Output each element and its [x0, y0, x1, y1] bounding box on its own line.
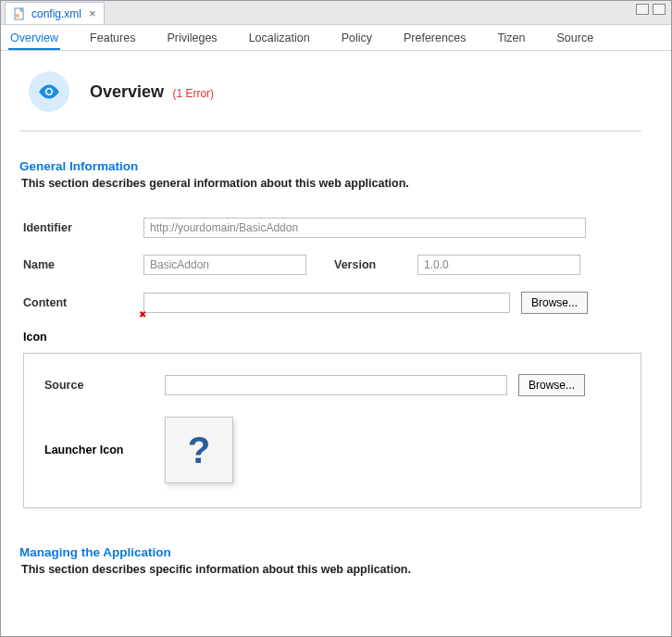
source-field[interactable] — [165, 375, 507, 395]
file-tab[interactable]: config.xml × — [5, 2, 105, 24]
label-content: Content — [23, 296, 143, 309]
section-managing: Managing the Application This section de… — [19, 545, 641, 576]
section-general-title: General Information — [19, 159, 641, 173]
general-form: Identifier Name Version Content Browse..… — [19, 218, 641, 508]
close-icon[interactable]: × — [87, 6, 98, 20]
label-icon-section: Icon — [23, 331, 641, 343]
row-identifier: Identifier — [23, 218, 641, 238]
tab-privileges[interactable]: Privileges — [165, 26, 218, 50]
page-title: Overview — [90, 82, 164, 101]
label-version: Version — [334, 258, 417, 271]
name-field[interactable] — [143, 255, 306, 275]
app-window: config.xml × Overview Features Privilege… — [0, 0, 672, 637]
page-header: Overview (1 Error) — [19, 64, 641, 131]
tab-localization[interactable]: Localization — [247, 26, 312, 50]
version-field[interactable] — [417, 255, 580, 275]
row-name-version: Name Version — [23, 255, 641, 275]
file-tab-label: config.xml — [31, 7, 81, 20]
section-managing-title: Managing the Application — [19, 545, 641, 559]
titlebar: config.xml × — [1, 1, 671, 25]
label-launcher: Launcher Icon — [44, 443, 165, 456]
error-count: (1 Error) — [172, 87, 214, 100]
overview-icon — [29, 71, 69, 112]
tab-preferences[interactable]: Preferences — [402, 26, 467, 50]
svg-point-2 — [47, 90, 52, 94]
label-name: Name — [23, 258, 143, 271]
launcher-icon-preview: ? — [165, 417, 233, 483]
content-field[interactable] — [143, 293, 510, 313]
tab-source[interactable]: Source — [555, 26, 596, 50]
section-general-desc: This section describes general informati… — [21, 177, 641, 190]
page-title-wrap: Overview (1 Error) — [90, 82, 214, 102]
browse-source-button[interactable]: Browse... — [518, 374, 585, 396]
label-source: Source — [44, 379, 165, 392]
error-icon: ✖ — [139, 309, 146, 319]
row-launcher: Launcher Icon ? — [44, 417, 622, 483]
row-content: Content Browse... ✖ — [23, 292, 641, 314]
identifier-field[interactable] — [143, 218, 586, 238]
row-source: Source Browse... — [44, 374, 622, 396]
window-controls — [636, 4, 666, 15]
section-managing-desc: This section describes specific informat… — [21, 563, 641, 576]
content-scroll[interactable]: Overview (1 Error) General Information T… — [1, 51, 660, 636]
tab-policy[interactable]: Policy — [340, 26, 374, 50]
tab-tizen[interactable]: Tizen — [495, 26, 527, 50]
content-wrap: Overview (1 Error) General Information T… — [1, 51, 671, 636]
minimize-button[interactable] — [636, 4, 649, 15]
xml-file-icon — [13, 7, 26, 20]
tab-features[interactable]: Features — [88, 26, 137, 50]
tab-overview[interactable]: Overview — [8, 26, 60, 50]
browse-content-button[interactable]: Browse... — [521, 292, 588, 314]
maximize-button[interactable] — [653, 4, 666, 15]
label-identifier: Identifier — [23, 221, 143, 234]
editor-tabs: Overview Features Privileges Localizatio… — [1, 25, 671, 51]
svg-point-1 — [16, 14, 19, 18]
icon-box: Source Browse... Launcher Icon ? — [23, 353, 641, 508]
